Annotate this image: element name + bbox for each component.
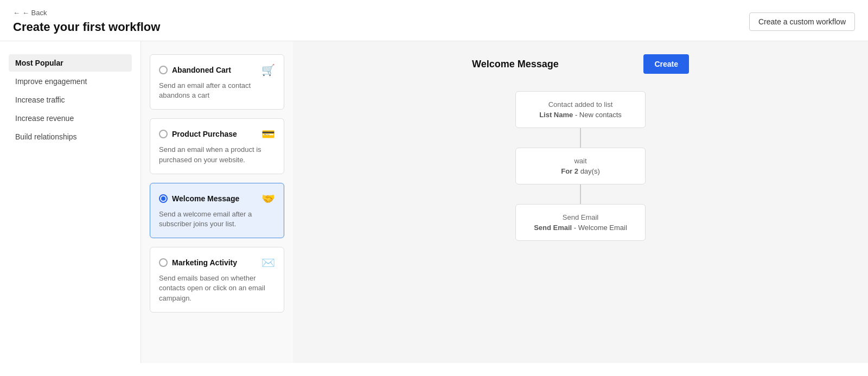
workflow-icon-welcome-message: 🤝	[261, 192, 275, 205]
preview-title: Welcome Message	[472, 59, 559, 70]
workflow-list: Abandoned Cart🛒Send an email after a con…	[141, 41, 293, 363]
workflow-desc-marketing-activity: Send emails based on whether contacts op…	[159, 273, 275, 303]
workflow-card-header-abandoned-cart: Abandoned Cart🛒	[159, 63, 275, 77]
flow-node-send-email: Send EmailSend Email - Welcome Email	[515, 204, 646, 241]
create-custom-workflow-button[interactable]: Create a custom workflow	[749, 12, 855, 31]
sidebar: Most PopularImprove engagementIncrease t…	[0, 41, 141, 363]
radio-marketing-activity[interactable]	[159, 258, 168, 267]
back-link[interactable]: ← ← Back	[13, 9, 160, 17]
workflow-card-header-marketing-activity: Marketing Activity✉️	[159, 256, 275, 269]
flow-node-label-wait: wait	[529, 157, 632, 165]
sidebar-item-build-relationships[interactable]: Build relationships	[9, 128, 132, 145]
create-button[interactable]: Create	[643, 54, 689, 74]
sidebar-item-improve-engagement[interactable]: Improve engagement	[9, 73, 132, 90]
flow-node-sublabel-trigger: List Name - New contacts	[529, 111, 632, 119]
workflow-title-abandoned-cart: Abandoned Cart	[172, 66, 231, 74]
flow-node-label-trigger: Contact added to list	[529, 100, 632, 109]
preview-panel: Welcome Message Create Contact added to …	[293, 41, 868, 363]
back-arrow-icon: ←	[13, 9, 20, 17]
main-layout: Most PopularImprove engagementIncrease t…	[0, 41, 868, 363]
flow-container: Contact added to listList Name - New con…	[472, 91, 689, 241]
back-label: ← Back	[22, 9, 47, 17]
workflow-card-abandoned-cart[interactable]: Abandoned Cart🛒Send an email after a con…	[150, 54, 284, 110]
flow-node-wait: waitFor 2 day(s)	[515, 148, 646, 184]
radio-welcome-message[interactable]	[159, 194, 168, 203]
workflow-title-marketing-activity: Marketing Activity	[172, 258, 237, 267]
preview-header: Welcome Message Create	[472, 54, 689, 74]
workflow-card-header-welcome-message: Welcome Message🤝	[159, 192, 275, 205]
header-left: ← ← Back Create your first workflow	[13, 9, 160, 34]
flow-node-trigger: Contact added to listList Name - New con…	[515, 91, 646, 128]
flow-node-label-send-email: Send Email	[529, 213, 632, 221]
workflow-icon-abandoned-cart: 🛒	[261, 63, 275, 77]
flow-connector-wait	[580, 184, 581, 204]
workflow-desc-product-purchase: Send an email when a product is purchase…	[159, 145, 275, 164]
workflow-card-product-purchase[interactable]: Product Purchase💳Send an email when a pr…	[150, 118, 284, 174]
workflow-desc-abandoned-cart: Send an email after a contact abandons a…	[159, 81, 275, 100]
workflow-card-header-product-purchase: Product Purchase💳	[159, 128, 275, 141]
workflow-title-product-purchase: Product Purchase	[172, 130, 237, 138]
sidebar-item-increase-traffic[interactable]: Increase traffic	[9, 91, 132, 109]
sidebar-item-most-popular[interactable]: Most Popular	[9, 54, 132, 72]
flow-node-sublabel-wait: For 2 day(s)	[529, 167, 632, 175]
workflow-icon-marketing-activity: ✉️	[261, 256, 275, 269]
workflow-card-marketing-activity[interactable]: Marketing Activity✉️Send emails based on…	[150, 247, 284, 313]
page-title: Create your first workflow	[13, 20, 160, 34]
radio-product-purchase[interactable]	[159, 130, 168, 138]
flow-connector-trigger	[580, 128, 581, 148]
top-bar: ← ← Back Create your first workflow Crea…	[0, 0, 868, 41]
workflow-card-welcome-message[interactable]: Welcome Message🤝Send a welcome email aft…	[150, 183, 284, 238]
workflow-desc-welcome-message: Send a welcome email after a subscriber …	[159, 209, 275, 229]
workflow-icon-product-purchase: 💳	[261, 128, 275, 141]
radio-abandoned-cart[interactable]	[159, 66, 168, 74]
workflow-title-welcome-message: Welcome Message	[172, 194, 239, 203]
flow-node-sublabel-send-email: Send Email - Welcome Email	[529, 224, 632, 232]
sidebar-item-increase-revenue[interactable]: Increase revenue	[9, 110, 132, 127]
